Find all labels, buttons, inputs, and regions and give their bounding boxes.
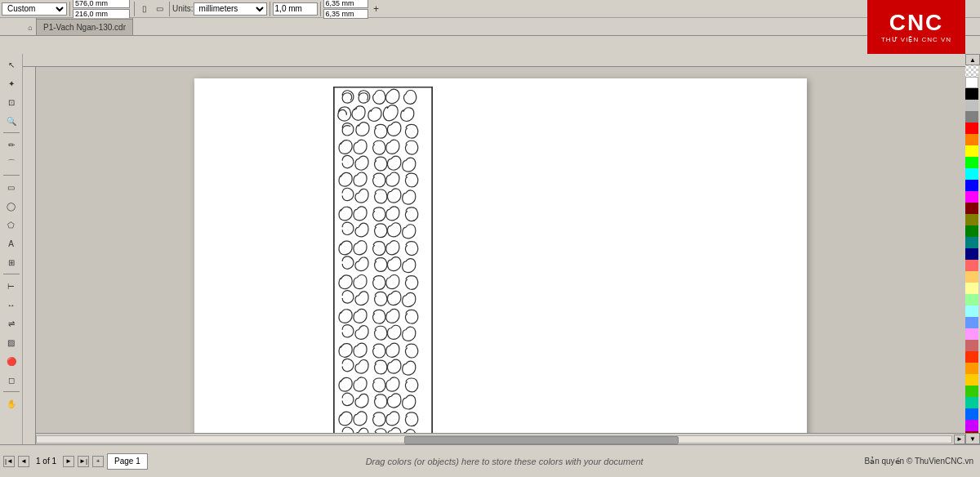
- logo-sub: THƯ VIỆN CNC VN: [881, 36, 951, 43]
- color-swatch-13[interactable]: [965, 225, 978, 237]
- scrollbar-thumb-h[interactable]: [404, 436, 679, 444]
- polygon-tool[interactable]: ⬠: [2, 216, 20, 234]
- ruler-left-canvas: [23, 67, 35, 444]
- dupe-v-input[interactable]: [323, 9, 368, 19]
- ruler-top: [23, 54, 965, 67]
- copyright-text: Bản quyền © ThuVienCNC.vn: [864, 457, 973, 466]
- nudge-input[interactable]: [273, 2, 318, 16]
- color-swatch-15[interactable]: [965, 248, 978, 260]
- fill-tool[interactable]: ▨: [2, 333, 20, 351]
- color-swatch-10[interactable]: [965, 191, 978, 203]
- ruler-top-canvas: [23, 54, 965, 66]
- page-next-btn[interactable]: ►: [63, 456, 74, 467]
- zoom-tool[interactable]: 🔍: [2, 112, 20, 130]
- coordinate-display: Bản quyền © ThuVienCNC.vn: [858, 457, 980, 466]
- color-swatch-0[interactable]: [965, 77, 978, 88]
- color-swatch-17[interactable]: [965, 271, 978, 283]
- smartdraw-tool[interactable]: ⌒: [2, 154, 20, 172]
- logo-main: CNC: [889, 11, 944, 34]
- color-swatch-19[interactable]: [965, 294, 978, 305]
- blend-tool[interactable]: ⇌: [2, 314, 20, 332]
- right-palette: ▲ ▼: [965, 54, 980, 444]
- color-swatch-20[interactable]: [965, 305, 978, 317]
- separator5: [320, 2, 321, 16]
- separator2: [134, 2, 135, 16]
- tool-separator2: [3, 175, 20, 176]
- parallel-tool[interactable]: ⊢: [2, 277, 20, 295]
- color-swatch-26[interactable]: [965, 374, 978, 386]
- units-label: Units:: [172, 4, 194, 13]
- status-left: |◄ ◄ 1 of 1 ► ►| + Page 1: [0, 453, 151, 470]
- color-swatch-24[interactable]: [965, 351, 978, 363]
- color-swatch-27[interactable]: [965, 386, 978, 397]
- eraser-tool[interactable]: ◻: [2, 371, 20, 389]
- main-area: ThuVienCNC.vn: [36, 54, 965, 444]
- color-swatch-18[interactable]: [965, 283, 978, 294]
- color-swatch-11[interactable]: [965, 203, 978, 214]
- page-first-btn[interactable]: |◄: [3, 456, 15, 467]
- select-tool[interactable]: ↖: [2, 56, 20, 74]
- page-add-btn[interactable]: +: [92, 456, 104, 467]
- dropper-tool[interactable]: 🔴: [2, 352, 20, 370]
- text-tool[interactable]: A: [2, 234, 20, 252]
- color-swatch-9[interactable]: [965, 180, 978, 191]
- left-toolbar: ↖ ✦ ⊡ 🔍 ✏ ⌒ ▭ ◯ ⬠ A ⊞ ⊢ ↔ ⇌ ▨ 🔴 ◻ ✋: [0, 54, 23, 444]
- status-center: Drag colors (or objects) here to store t…: [151, 457, 858, 466]
- color-swatch-7[interactable]: [965, 157, 978, 168]
- separator4: [270, 2, 270, 16]
- color-swatch-16[interactable]: [965, 260, 978, 271]
- dupe-h-input[interactable]: [323, 0, 368, 8]
- scrollbar-h: ◄ ►: [23, 433, 965, 444]
- color-swatch-29[interactable]: [965, 408, 978, 420]
- freehand-tool[interactable]: ✏: [2, 136, 20, 154]
- landscape-btn[interactable]: ▭: [152, 2, 167, 16]
- page-name-box[interactable]: Page 1: [107, 453, 148, 470]
- ellipse-tool[interactable]: ◯: [2, 197, 20, 215]
- portrait-btn[interactable]: ▯: [137, 2, 152, 16]
- color-swatch-28[interactable]: [965, 397, 978, 408]
- page-prev-btn[interactable]: ◄: [18, 456, 29, 467]
- page-indicator: 1 of 1: [33, 457, 60, 466]
- preset-dropdown[interactable]: Custom: [2, 2, 67, 16]
- color-swatch-2[interactable]: [965, 100, 978, 111]
- color-swatch-3[interactable]: [965, 111, 978, 123]
- color-swatch-14[interactable]: [965, 237, 978, 248]
- color-swatch-23[interactable]: [965, 340, 978, 351]
- node-tool[interactable]: ✦: [2, 74, 20, 92]
- color-swatch-8[interactable]: [965, 168, 978, 180]
- crop-tool[interactable]: ⊡: [2, 93, 20, 111]
- color-swatch-25[interactable]: [965, 363, 978, 374]
- ruler-left: [23, 67, 36, 444]
- palette-scroll-down[interactable]: ▼: [965, 433, 980, 444]
- color-swatch-6[interactable]: [965, 145, 978, 157]
- width-input[interactable]: [73, 0, 130, 8]
- plus-btn[interactable]: +: [370, 2, 383, 16]
- color-swatch-4[interactable]: [965, 123, 978, 134]
- design-panel: [333, 87, 433, 444]
- tool-separator1: [3, 132, 20, 133]
- rect-tool[interactable]: ▭: [2, 178, 20, 196]
- color-swatch-30[interactable]: [965, 420, 978, 431]
- color-swatch-12[interactable]: [965, 214, 978, 225]
- tool-separator3: [3, 274, 20, 274]
- color-swatch-1[interactable]: [965, 88, 978, 100]
- tabs-row: ⌂ Welcome ScreenP1-Vach Ngan-121.cdrP1-V…: [0, 18, 980, 36]
- palette-scroll-up[interactable]: ▲: [965, 54, 980, 65]
- units-dropdown[interactable]: millimeters: [194, 2, 267, 16]
- table-tool[interactable]: ⊞: [2, 253, 20, 271]
- color-swatch-21[interactable]: [965, 317, 978, 328]
- color-swatch-5[interactable]: [965, 134, 978, 145]
- canvas-container[interactable]: ThuVienCNC.vn: [36, 54, 965, 444]
- page-canvas: ThuVienCNC.vn: [194, 78, 807, 444]
- pan-tool[interactable]: ✋: [2, 395, 20, 412]
- toolbar-row1: Custom ▯ ▭ Units: millimeters +: [0, 0, 980, 18]
- color-swatch-22[interactable]: [965, 328, 978, 340]
- scrollbar-track-h[interactable]: [36, 435, 952, 444]
- tab-10[interactable]: P1-Vach Ngan-130.cdr: [36, 19, 133, 35]
- color-swatch-transparent[interactable]: [965, 65, 978, 77]
- connector-tool[interactable]: ↔: [2, 296, 20, 314]
- scroll-right-btn[interactable]: ►: [954, 435, 965, 444]
- page-last-btn[interactable]: ►|: [78, 456, 89, 467]
- home-btn[interactable]: ⌂: [24, 20, 36, 35]
- tool-separator4: [3, 391, 20, 392]
